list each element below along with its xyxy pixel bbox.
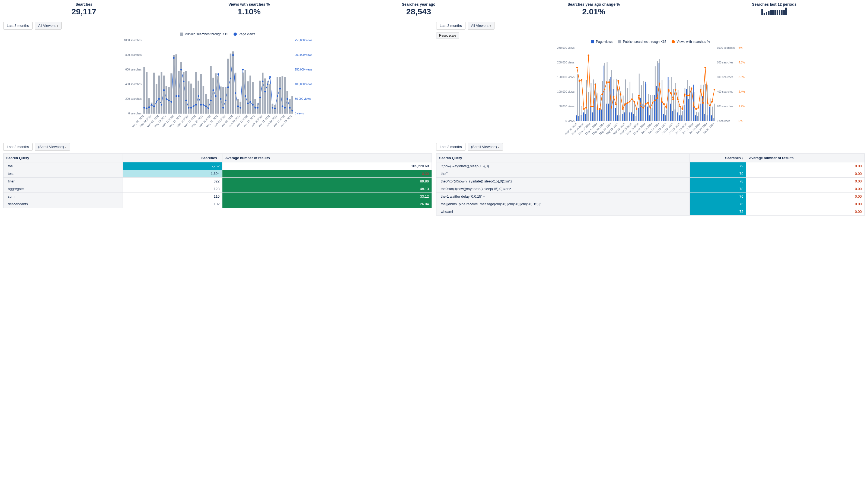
svg-text:0 views: 0 views (295, 112, 304, 115)
svg-rect-183 (599, 108, 600, 121)
col-label: Search Query (439, 156, 462, 160)
table-row[interactable]: the5,762105,220.68 (3, 162, 432, 170)
svg-rect-214 (670, 104, 671, 121)
table-row[interactable]: the-1 waitfor delay '0:0:15' --760.00 (436, 193, 865, 200)
viewer-dropdown[interactable]: All Viewers▾ (35, 22, 62, 30)
chart-legend: Page views Publich searches through K15 … (436, 40, 865, 44)
cell-searches: 79 (690, 162, 746, 170)
svg-point-133 (291, 110, 293, 111)
svg-point-119 (257, 107, 258, 108)
legend-item[interactable]: Views with searches % (672, 40, 710, 44)
svg-rect-39 (210, 66, 212, 114)
sort-desc-icon: ↓ (742, 156, 744, 160)
svg-point-86 (176, 95, 177, 97)
svg-text:4.8%: 4.8% (739, 61, 745, 64)
svg-text:400 searches: 400 searches (717, 90, 733, 93)
range-dropdown[interactable]: Last 3 months (436, 22, 465, 30)
svg-rect-262 (641, 86, 642, 121)
range-dropdown[interactable]: Last 3 months (436, 143, 465, 151)
svg-rect-290 (705, 84, 706, 121)
table-row[interactable]: filter32289.86 (3, 177, 432, 185)
svg-rect-259 (634, 101, 635, 121)
svg-rect-265 (648, 94, 649, 121)
scroll-dropdown[interactable]: (Scroll Viewport)▾ (35, 143, 70, 151)
svg-point-82 (165, 98, 167, 100)
svg-rect-16 (153, 73, 155, 113)
svg-rect-218 (679, 115, 680, 121)
range-label: Last 3 months (7, 24, 29, 28)
col-avg[interactable]: Average number of results (746, 154, 865, 162)
svg-rect-270 (659, 59, 660, 122)
range-dropdown[interactable]: Last 3 months (3, 22, 33, 30)
svg-rect-235 (579, 79, 580, 121)
legend-item[interactable]: Publich searches through K15 (618, 40, 666, 44)
svg-rect-279 (680, 106, 681, 121)
svg-rect-18 (158, 76, 160, 113)
svg-point-124 (269, 76, 271, 78)
svg-text:0 searches: 0 searches (717, 120, 730, 123)
legend-item[interactable]: Page views (591, 40, 613, 44)
chart-controls: Last 3 months All Viewers▾ (436, 22, 865, 30)
svg-rect-187 (608, 104, 609, 121)
chart-legend: Publich searches through K15 Page views (3, 32, 432, 36)
legend-item[interactable]: Publich searches through K15 (180, 32, 228, 36)
cell-avg: 48.13 (222, 185, 432, 193)
table-row[interactable]: the'||dbms_pipe.receive_message(chr(98)|… (436, 200, 865, 208)
table-row[interactable]: the0"xor(if(now()=sysdate(),sleep(15),0)… (436, 177, 865, 185)
chart-area-left[interactable]: 0 searches200 searches400 searches600 se… (3, 38, 432, 130)
kpi-searches: Searches 29,117 (72, 2, 97, 16)
table-row[interactable]: the'"790.00 (436, 170, 865, 177)
table-row[interactable]: if(now()=sysdate(),sleep(15),0)790.00 (436, 162, 865, 170)
chart-area-right[interactable]: 0 views50,000 views100,000 views150,000 … (436, 45, 865, 137)
svg-rect-65 (274, 105, 276, 113)
legend-item[interactable]: Page views (234, 32, 255, 36)
cell-avg: 0.00 (746, 193, 865, 200)
col-query[interactable]: Search Query (436, 154, 690, 162)
kpi-label: Searches year ago (402, 2, 436, 6)
col-searches[interactable]: Searches↓ (690, 154, 746, 162)
svg-point-88 (180, 69, 182, 70)
table-row[interactable]: test1,6940.30 (3, 170, 432, 177)
cell-searches: 128 (123, 185, 222, 193)
svg-rect-273 (666, 109, 667, 121)
col-avg[interactable]: Average number of results (222, 154, 432, 162)
svg-rect-53 (244, 70, 246, 113)
svg-text:0 searches: 0 searches (128, 112, 142, 115)
svg-rect-287 (698, 112, 699, 121)
svg-rect-255 (625, 79, 626, 121)
table-row[interactable]: whoami720.00 (436, 208, 865, 216)
table-row[interactable]: aggregate12848.13 (3, 185, 432, 193)
svg-rect-207 (654, 95, 655, 121)
svg-rect-63 (269, 84, 271, 113)
svg-rect-176 (583, 112, 584, 121)
table-row[interactable]: sum11033.12 (3, 193, 432, 200)
scroll-dropdown[interactable]: (Scroll Viewport)▾ (468, 143, 503, 151)
cell-query: whoami (436, 208, 690, 216)
svg-rect-184 (601, 109, 602, 121)
svg-rect-227 (700, 104, 701, 121)
chevron-down-icon: ▾ (490, 24, 491, 27)
svg-rect-12 (143, 67, 145, 113)
svg-rect-203 (645, 82, 646, 121)
chevron-down-icon: ▾ (65, 145, 66, 149)
reset-scale-button[interactable]: Reset scale (436, 32, 459, 39)
table-row[interactable]: descendants10226.04 (3, 200, 432, 208)
svg-rect-222 (688, 99, 689, 121)
viewer-dropdown[interactable]: All Viewers▾ (468, 22, 495, 30)
svg-point-130 (284, 107, 286, 108)
col-query[interactable]: Search Query (3, 154, 123, 162)
svg-point-108 (230, 77, 231, 79)
cell-searches: 322 (123, 177, 222, 185)
svg-rect-250 (614, 79, 614, 121)
cell-avg: 26.04 (222, 200, 432, 208)
svg-rect-198 (633, 114, 634, 121)
table-row[interactable]: the0'xor(if(now()=sysdate(),sleep(15),0)… (436, 185, 865, 193)
svg-rect-215 (672, 111, 673, 121)
svg-point-120 (259, 97, 261, 98)
svg-text:200,000 views: 200,000 views (557, 61, 575, 64)
svg-rect-33 (195, 72, 197, 113)
range-dropdown[interactable]: Last 3 months (3, 143, 33, 151)
cell-query: the-1 waitfor delay '0:0:15' -- (436, 193, 690, 200)
legend-swatch (591, 40, 594, 43)
col-searches[interactable]: Searches↓ (123, 154, 222, 162)
